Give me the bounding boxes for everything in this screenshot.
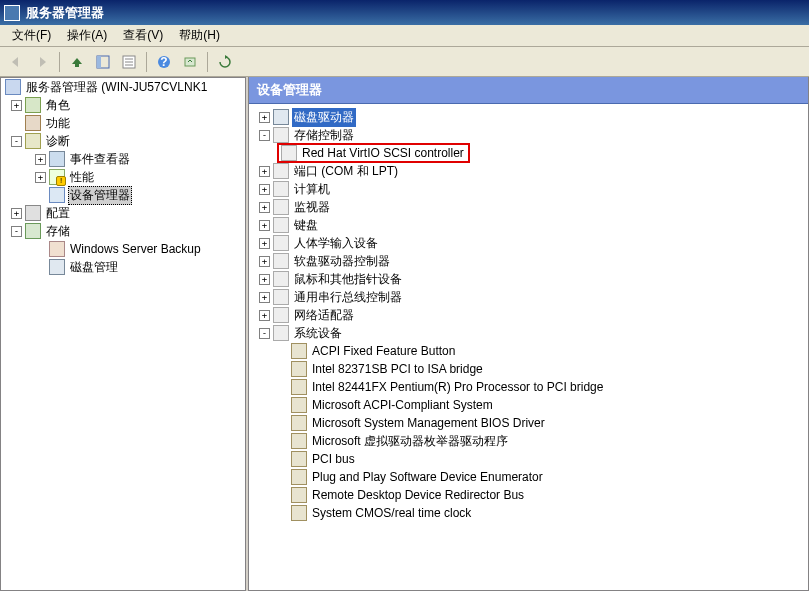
system-device-item[interactable]: System CMOS/real time clock	[277, 504, 808, 522]
cat-computer-label: 计算机	[292, 180, 332, 199]
back-button	[4, 50, 28, 74]
cat-mouse[interactable]: + 鼠标和其他指针设备	[259, 270, 808, 288]
scan-hardware-button[interactable]	[178, 50, 202, 74]
properties-button[interactable]	[117, 50, 141, 74]
left-panel: 服务器管理器 (WIN-JU57CVLNK1 + 角色 功能 -	[0, 77, 246, 591]
expander-roles[interactable]: +	[11, 100, 22, 111]
tree-wsb[interactable]: Windows Server Backup	[5, 240, 245, 258]
expander-storage[interactable]: -	[11, 226, 22, 237]
system-device-item[interactable]: PCI bus	[277, 450, 808, 468]
chip-icon	[291, 361, 307, 377]
chip-icon	[291, 343, 307, 359]
tree-roles-label: 角色	[44, 96, 72, 115]
system-device-item[interactable]: Microsoft System Management BIOS Driver	[277, 414, 808, 432]
tree-diagnostics-label: 诊断	[44, 132, 72, 151]
event-viewer-icon	[49, 151, 65, 167]
expander-monitor[interactable]: +	[259, 202, 270, 213]
system-device-item[interactable]: ACPI Fixed Feature Button	[277, 342, 808, 360]
chip-icon	[291, 469, 307, 485]
system-device-label: Intel 82371SB PCI to ISA bridge	[310, 361, 485, 377]
system-device-label: Remote Desktop Device Redirector Bus	[310, 487, 526, 503]
chip-icon	[291, 451, 307, 467]
device-redhat-virtio-row[interactable]: Red Hat VirtIO SCSI controller	[277, 144, 808, 162]
cat-monitor-label: 监视器	[292, 198, 332, 217]
expander-usb[interactable]: +	[259, 292, 270, 303]
menu-file[interactable]: 文件(F)	[4, 25, 59, 46]
menu-action[interactable]: 操作(A)	[59, 25, 115, 46]
help-button[interactable]: ?	[152, 50, 176, 74]
system-device-item[interactable]: Microsoft 虚拟驱动器枚举器驱动程序	[277, 432, 808, 450]
system-device-label: Plug and Play Software Device Enumerator	[310, 469, 545, 485]
expander-ports[interactable]: +	[259, 166, 270, 177]
tree-features[interactable]: 功能	[5, 114, 245, 132]
menu-help[interactable]: 帮助(H)	[171, 25, 228, 46]
cat-system-devices[interactable]: - 系统设备	[259, 324, 808, 342]
cat-network[interactable]: + 网络适配器	[259, 306, 808, 324]
tree-diagnostics[interactable]: - 诊断	[5, 132, 245, 150]
expander-performance[interactable]: +	[35, 172, 46, 183]
disk-mgmt-icon	[49, 259, 65, 275]
tree-configuration[interactable]: + 配置	[5, 204, 245, 222]
chip-icon	[291, 505, 307, 521]
expander-system-devices[interactable]: -	[259, 328, 270, 339]
svg-text:?: ?	[160, 55, 167, 69]
cat-keyboard-label: 键盘	[292, 216, 320, 235]
usb-icon	[273, 289, 289, 305]
expander-mouse[interactable]: +	[259, 274, 270, 285]
tree-storage[interactable]: - 存储	[5, 222, 245, 240]
tree-storage-label: 存储	[44, 222, 72, 241]
computer-icon	[273, 181, 289, 197]
cat-disk-drives[interactable]: + 磁盘驱动器	[259, 108, 808, 126]
cat-ports[interactable]: + 端口 (COM 和 LPT)	[259, 162, 808, 180]
tree-device-manager[interactable]: 设备管理器	[5, 186, 245, 204]
expander-diagnostics[interactable]: -	[11, 136, 22, 147]
cat-storage-controllers-label: 存储控制器	[292, 126, 356, 145]
cat-floppy-ctrl[interactable]: + 软盘驱动器控制器	[259, 252, 808, 270]
tree-roles[interactable]: + 角色	[5, 96, 245, 114]
toolbar: ?	[0, 47, 809, 77]
expander-computer[interactable]: +	[259, 184, 270, 195]
forward-button	[30, 50, 54, 74]
system-device-item[interactable]: Microsoft ACPI-Compliant System	[277, 396, 808, 414]
cat-storage-controllers[interactable]: - 存储控制器	[259, 126, 808, 144]
expander-floppy-ctrl[interactable]: +	[259, 256, 270, 267]
system-device-item[interactable]: Remote Desktop Device Redirector Bus	[277, 486, 808, 504]
cat-hid[interactable]: + 人体学输入设备	[259, 234, 808, 252]
expander-hid[interactable]: +	[259, 238, 270, 249]
system-device-label: Intel 82441FX Pentium(R) Pro Processor t…	[310, 379, 605, 395]
expander-network[interactable]: +	[259, 310, 270, 321]
tree-configuration-label: 配置	[44, 204, 72, 223]
network-icon	[273, 307, 289, 323]
expander-keyboard[interactable]: +	[259, 220, 270, 231]
system-device-item[interactable]: Intel 82441FX Pentium(R) Pro Processor t…	[277, 378, 808, 396]
cat-usb[interactable]: + 通用串行总线控制器	[259, 288, 808, 306]
show-hide-tree-button[interactable]	[91, 50, 115, 74]
expander-configuration[interactable]: +	[11, 208, 22, 219]
menu-view[interactable]: 查看(V)	[115, 25, 171, 46]
tree-device-manager-label: 设备管理器	[68, 186, 132, 205]
tree-event-viewer[interactable]: + 事件查看器	[5, 150, 245, 168]
titlebar: 服务器管理器	[0, 0, 809, 25]
cat-monitor[interactable]: + 监视器	[259, 198, 808, 216]
system-device-item[interactable]: Intel 82371SB PCI to ISA bridge	[277, 360, 808, 378]
tree-root[interactable]: 服务器管理器 (WIN-JU57CVLNK1	[5, 78, 245, 96]
cat-system-devices-label: 系统设备	[292, 324, 344, 343]
cat-keyboard[interactable]: + 键盘	[259, 216, 808, 234]
system-device-label: System CMOS/real time clock	[310, 505, 473, 521]
expander-disk-drives[interactable]: +	[259, 112, 270, 123]
device-manager-icon	[49, 187, 65, 203]
expander-storage-controllers[interactable]: -	[259, 130, 270, 141]
system-device-item[interactable]: Plug and Play Software Device Enumerator	[277, 468, 808, 486]
hid-icon	[273, 235, 289, 251]
cat-computer[interactable]: + 计算机	[259, 180, 808, 198]
refresh-button[interactable]	[213, 50, 237, 74]
storage-icon	[25, 223, 41, 239]
diagnostics-icon	[25, 133, 41, 149]
expander-event-viewer[interactable]: +	[35, 154, 46, 165]
up-button[interactable]	[65, 50, 89, 74]
tree-performance[interactable]: + 性能	[5, 168, 245, 186]
svg-rect-0	[75, 63, 79, 67]
tree-event-viewer-label: 事件查看器	[68, 150, 132, 169]
tree-features-label: 功能	[44, 114, 72, 133]
tree-disk-mgmt[interactable]: 磁盘管理	[5, 258, 245, 276]
